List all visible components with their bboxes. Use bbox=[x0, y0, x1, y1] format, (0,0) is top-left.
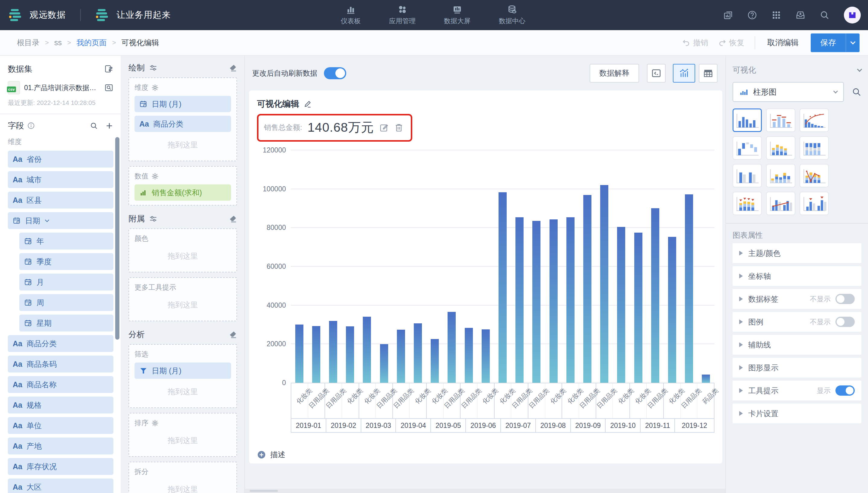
bar[interactable] bbox=[465, 328, 473, 383]
bar[interactable] bbox=[363, 317, 371, 383]
zone-field-chip[interactable]: 销售金额(求和) bbox=[135, 185, 231, 201]
eraser-icon[interactable] bbox=[229, 215, 237, 223]
auto-refresh-toggle[interactable] bbox=[324, 67, 346, 79]
edit-title-icon[interactable] bbox=[304, 100, 312, 108]
undo-button[interactable]: 撤销 bbox=[682, 38, 708, 48]
dimension-field-chip[interactable]: 星期 bbox=[19, 315, 113, 331]
dataset-name[interactable]: 01.产品培训演示数据… bbox=[24, 83, 100, 92]
nav-item-data-center[interactable]: 数据中心 bbox=[499, 5, 525, 26]
property-toggle[interactable] bbox=[835, 385, 855, 396]
chart-type-thumb-bar-line[interactable] bbox=[800, 164, 829, 188]
dimension-field-chip[interactable]: Aa城市 bbox=[8, 171, 113, 188]
bar[interactable] bbox=[668, 237, 676, 383]
property-row[interactable]: 辅助线 bbox=[732, 335, 861, 355]
edit-metric-icon[interactable] bbox=[379, 123, 389, 132]
bar[interactable] bbox=[295, 325, 304, 383]
horizontal-scrollbar[interactable] bbox=[245, 489, 725, 493]
property-row[interactable]: 数据标签不显示 bbox=[732, 289, 861, 309]
bar[interactable] bbox=[329, 321, 337, 383]
dimension-field-chip[interactable]: Aa商品条码 bbox=[8, 356, 113, 372]
dimension-field-chip[interactable]: Aa省份 bbox=[8, 151, 113, 168]
bar[interactable] bbox=[482, 329, 490, 383]
dimension-field-chip[interactable]: Aa库存状况 bbox=[8, 458, 113, 475]
bar[interactable] bbox=[566, 217, 575, 383]
property-row[interactable]: 图形显示 bbox=[732, 358, 861, 378]
collapse-panel-icon[interactable] bbox=[857, 67, 862, 72]
bar[interactable] bbox=[448, 312, 456, 383]
chart-type-thumb-bar-benchmark[interactable] bbox=[766, 108, 795, 132]
chart-type-thumb-bar-trend[interactable] bbox=[766, 192, 795, 215]
help-icon[interactable] bbox=[747, 10, 757, 20]
user-avatar[interactable] bbox=[844, 7, 861, 23]
bar[interactable] bbox=[583, 195, 592, 383]
chart-type-thumb-pareto[interactable] bbox=[800, 108, 829, 132]
add-description-row[interactable]: 描述 bbox=[257, 450, 715, 459]
eraser-icon[interactable] bbox=[229, 330, 237, 339]
chart-type-thumb-stacked-bar[interactable] bbox=[766, 136, 795, 160]
zone-field-chip[interactable]: 日期 (月) bbox=[135, 96, 231, 112]
bar[interactable] bbox=[380, 344, 388, 383]
nav-item-dashboard[interactable]: 仪表板 bbox=[341, 5, 361, 26]
chart-view-button[interactable] bbox=[673, 64, 695, 83]
bar[interactable] bbox=[515, 217, 523, 383]
bar[interactable] bbox=[702, 374, 710, 383]
save-options-button[interactable] bbox=[846, 34, 860, 52]
bar[interactable] bbox=[397, 330, 405, 383]
add-field-icon[interactable] bbox=[105, 122, 113, 130]
chart-type-thumb-bar-target[interactable] bbox=[800, 192, 829, 215]
table-view-button[interactable] bbox=[699, 64, 718, 83]
bar[interactable] bbox=[346, 326, 354, 383]
preview-dataset-icon[interactable] bbox=[104, 83, 113, 92]
chart-type-select[interactable]: 柱形图 bbox=[732, 82, 844, 102]
code-view-button[interactable] bbox=[647, 64, 666, 83]
bar[interactable] bbox=[685, 194, 693, 383]
apps-grid-icon[interactable] bbox=[771, 10, 781, 20]
dimension-field-chip[interactable]: Aa商品名称 bbox=[8, 376, 113, 393]
gear-icon[interactable] bbox=[151, 420, 159, 427]
breadcrumb-item[interactable]: 根目录 bbox=[17, 38, 40, 48]
dimension-field-chip[interactable]: Aa单位 bbox=[8, 417, 113, 434]
search-icon[interactable] bbox=[820, 10, 829, 20]
bar[interactable] bbox=[651, 208, 659, 383]
breadcrumb-item[interactable]: ss bbox=[54, 38, 62, 47]
dimension-field-chip[interactable]: Aa规格 bbox=[8, 396, 113, 413]
breadcrumb-item[interactable]: 我的页面 bbox=[77, 38, 107, 48]
switch-dataset-icon[interactable] bbox=[104, 64, 113, 73]
eraser-icon[interactable] bbox=[229, 64, 237, 72]
zone-field-chip[interactable]: Aa商品分类 bbox=[135, 116, 231, 132]
dimension-field-chip[interactable]: 日期 bbox=[8, 212, 113, 229]
tune-icon[interactable] bbox=[149, 215, 158, 223]
bar[interactable] bbox=[414, 323, 422, 383]
gear-icon[interactable] bbox=[151, 173, 159, 180]
chart-type-thumb-bar-basic[interactable] bbox=[732, 108, 762, 132]
chart-type-thumb-compare-bar[interactable] bbox=[732, 164, 762, 188]
vertical-scrollbar[interactable] bbox=[115, 137, 120, 340]
redo-button[interactable]: 恢复 bbox=[718, 38, 744, 48]
bar[interactable] bbox=[550, 219, 558, 383]
cancel-edit-button[interactable]: 取消编辑 bbox=[765, 37, 801, 48]
dimension-field-chip[interactable]: 月 bbox=[19, 274, 113, 291]
tune-icon[interactable] bbox=[149, 64, 158, 72]
gear-icon[interactable] bbox=[151, 84, 159, 91]
dimension-field-chip[interactable]: 季度 bbox=[19, 253, 113, 270]
bar[interactable] bbox=[431, 339, 439, 383]
data-explain-button[interactable]: 数据解释 bbox=[590, 64, 639, 83]
nav-item-apps-manage[interactable]: 应用管理 bbox=[389, 5, 416, 26]
property-row[interactable]: 卡片设置 bbox=[732, 404, 861, 423]
property-row[interactable]: 图例不显示 bbox=[732, 312, 861, 332]
inbox-download-icon[interactable] bbox=[795, 10, 805, 20]
nav-item-data-screen[interactable]: 数据大屏 bbox=[444, 5, 471, 26]
save-button[interactable]: 保存 bbox=[811, 34, 846, 52]
dimension-field-chip[interactable]: Aa商品分类 bbox=[8, 335, 113, 352]
property-row[interactable]: 工具提示显示 bbox=[732, 381, 861, 401]
chart-type-thumb-stacked-target[interactable] bbox=[732, 192, 762, 215]
info-icon[interactable] bbox=[27, 122, 35, 130]
chart-type-thumb-waterfall[interactable] bbox=[732, 136, 762, 160]
chart-type-thumb-percent-stacked-bar[interactable] bbox=[800, 136, 829, 160]
report-icon[interactable] bbox=[723, 10, 733, 20]
property-row[interactable]: 主题/颜色 bbox=[732, 243, 861, 263]
bar[interactable] bbox=[499, 192, 507, 383]
search-chart-type-icon[interactable] bbox=[852, 87, 861, 97]
dimension-field-chip[interactable]: 周 bbox=[19, 294, 113, 311]
bar[interactable] bbox=[600, 185, 608, 383]
